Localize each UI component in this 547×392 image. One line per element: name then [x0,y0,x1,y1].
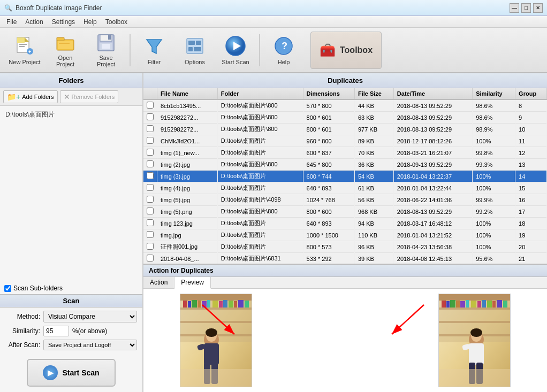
scan-options: Method: Visiual Compare Similarity: %(or… [0,308,142,353]
row-dimensions: 533 * 292 [303,253,354,264]
menu-settings[interactable]: Settings [48,17,79,27]
toolbar-start-scan-button[interactable]: Start Scan [216,32,255,69]
row-filesize: 110 KB [354,229,393,241]
row-checkbox[interactable] [147,149,154,156]
row-checkbox-cell[interactable] [143,253,157,264]
row-checkbox[interactable] [147,184,154,191]
row-checkbox-cell[interactable] [143,182,157,194]
open-project-button[interactable]: Open Project [46,32,85,69]
row-datetime: 2018-08-13 09:52:29 [393,112,472,124]
row-checkbox[interactable] [147,160,154,167]
options-button[interactable]: Options [176,32,214,69]
row-checkbox-cell[interactable] [143,159,157,171]
row-folder: D:\tools\桌面图片 [217,182,303,194]
filter-button[interactable]: Filter [135,32,173,69]
svg-point-52 [206,328,217,337]
svg-rect-69 [482,300,486,308]
tab-action[interactable]: Action [143,277,174,288]
svg-rect-64 [456,301,460,308]
row-group: 12 [515,147,547,159]
row-checkbox-cell[interactable] [143,112,157,124]
row-checkbox-cell[interactable] [143,206,157,218]
row-filename: 8cb1cb13495... [157,99,218,112]
tab-preview[interactable]: Preview [174,277,211,289]
row-checkbox-cell[interactable] [143,124,157,135]
method-select[interactable]: Visiual Compare [43,311,137,322]
remove-folders-label: Remove Folders [72,94,115,100]
svg-rect-68 [477,301,481,308]
row-checkbox[interactable] [147,243,154,250]
table-row: timg 123.jpg D:\tools\桌面图片 640 * 893 94 … [143,218,547,229]
maximize-button[interactable]: □ [521,3,531,13]
row-checkbox[interactable] [147,113,154,120]
row-checkbox-cell[interactable] [143,135,157,147]
svg-rect-62 [446,301,450,308]
svg-rect-18 [188,41,195,45]
preview-right-container [438,294,511,387]
save-project-button[interactable]: Save Project [87,32,125,69]
row-group: 11 [515,135,547,147]
row-checkbox-cell[interactable] [143,229,157,241]
col-similarity: Similarity [473,88,515,99]
menu-help[interactable]: Help [79,17,101,27]
svg-rect-65 [460,301,465,308]
row-similarity: 100% [473,171,515,182]
row-checkbox[interactable] [147,231,154,238]
row-filesize: 96 KB [354,241,393,253]
table-row: timg (5).jpg D:\tools\桌面图片\4098 1024 * 7… [143,194,547,206]
menu-toolbox[interactable]: Toolbox [101,17,132,27]
row-checkbox[interactable] [147,102,154,109]
menu-action[interactable]: Action [21,17,47,27]
after-scan-select[interactable]: Save Project and Logoff [43,340,137,350]
row-checkbox[interactable] [147,137,154,144]
row-folder: D:\tools\桌面图片\800 [217,206,303,218]
row-checkbox-cell[interactable] [143,194,157,206]
row-checkbox-cell[interactable] [143,218,157,229]
row-checkbox[interactable] [147,125,154,132]
menu-file[interactable]: File [2,17,21,27]
help-button[interactable]: ? Help [264,32,303,69]
table-container[interactable]: File Name Folder Dimensions File Size Da… [143,88,547,264]
row-filesize: 977 KB [354,124,393,135]
new-project-button[interactable]: + New Project [5,32,44,69]
help-icon: ? [273,35,294,57]
table-row: timg (5).png D:\tools\桌面图片\800 800 * 600… [143,206,547,218]
start-scan-btn-label: Start Scan [62,368,99,377]
menu-bar: File Action Settings Help Toolbox [0,16,547,28]
row-checkbox[interactable] [147,255,154,262]
row-similarity: 99.3% [473,159,515,171]
minimize-button[interactable]: — [510,3,519,13]
scan-subfolder-checkbox[interactable] [4,285,11,292]
after-scan-label: After Scan: [5,341,40,349]
row-dimensions: 800 * 601 [303,112,354,124]
row-checkbox[interactable] [147,172,154,179]
add-folders-button[interactable]: 📁+ Add Folders [3,90,58,103]
row-dimensions: 570 * 800 [303,99,354,112]
row-checkbox[interactable] [147,207,154,214]
title-bar-controls[interactable]: — □ ✕ [510,3,543,13]
row-filesize: 61 KB [354,182,393,194]
row-checkbox-cell[interactable] [143,171,157,182]
svg-rect-13 [108,35,111,40]
similarity-input[interactable] [43,326,69,336]
svg-rect-45 [245,301,249,308]
row-filesize: 54 KB [354,171,393,182]
remove-folders-button[interactable]: ✕ Remove Folders [60,90,119,103]
row-similarity: 100% [473,241,515,253]
row-checkbox-cell[interactable] [143,99,157,112]
row-filesize: 63 KB [354,112,393,124]
close-button[interactable]: ✕ [533,3,543,13]
start-scan-button[interactable]: ▶ Start Scan [27,359,115,387]
options-label: Options [185,59,205,65]
row-checkbox[interactable] [147,196,154,203]
table-row: timg (3).jpg D:\tools\桌面图片 600 * 744 54 … [143,171,547,182]
row-checkbox-cell[interactable] [143,241,157,253]
table-header-row: File Name Folder Dimensions File Size Da… [143,88,547,99]
svg-rect-67 [471,301,476,308]
row-checkbox[interactable] [147,219,154,226]
table-row: timg (2).jpg D:\tools\桌面图片\800 645 * 800… [143,159,547,171]
row-filesize: 968 KB [354,206,393,218]
svg-rect-44 [238,300,244,308]
row-checkbox-cell[interactable] [143,147,157,159]
row-datetime: 2018-04-23 13:56:38 [393,241,472,253]
